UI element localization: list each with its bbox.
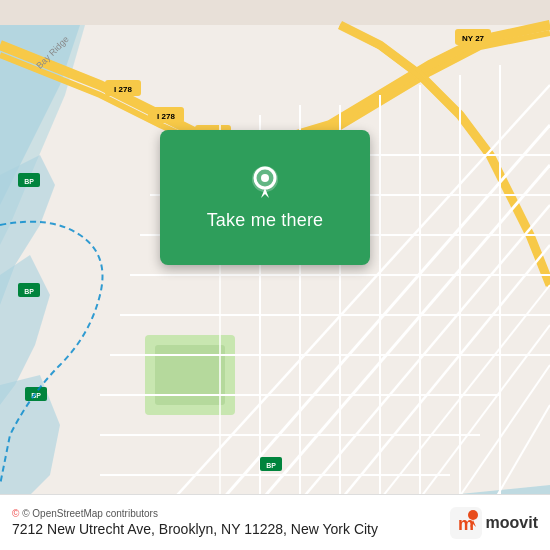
moovit-logo: m moovit (450, 507, 538, 539)
moovit-text: moovit (486, 514, 538, 532)
svg-text:BP: BP (24, 288, 34, 295)
address-text: 7212 New Utrecht Ave, Brooklyn, NY 11228… (12, 521, 378, 537)
osm-icon: © (12, 508, 19, 519)
svg-text:BP: BP (24, 178, 34, 185)
cta-button[interactable]: Take me there (160, 130, 370, 265)
info-bar: © © OpenStreetMap contributors 7212 New … (0, 494, 550, 550)
svg-text:BP: BP (266, 462, 276, 469)
cta-label: Take me there (207, 210, 324, 231)
svg-point-48 (261, 174, 269, 182)
pin-icon (246, 164, 284, 202)
svg-text:I 278: I 278 (157, 112, 175, 121)
info-left: © © OpenStreetMap contributors 7212 New … (12, 508, 378, 537)
svg-text:I 278: I 278 (114, 85, 132, 94)
osm-text: © OpenStreetMap contributors (22, 508, 158, 519)
moovit-icon: m (450, 507, 482, 539)
svg-text:NY 27: NY 27 (462, 34, 485, 43)
map-svg: I 278 I 278 I 278 NY 27 (0, 0, 550, 550)
map-container: I 278 I 278 I 278 NY 27 (0, 0, 550, 550)
osm-credit: © © OpenStreetMap contributors (12, 508, 378, 519)
svg-point-51 (468, 510, 478, 520)
